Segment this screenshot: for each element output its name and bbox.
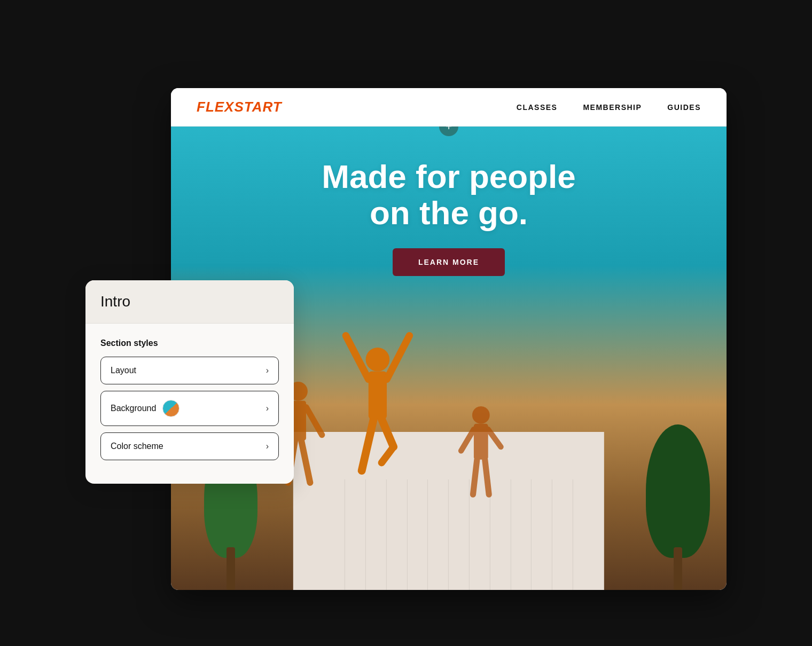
chevron-icon-layout: › [266, 366, 269, 375]
nav-link-classes[interactable]: CLASSES [517, 103, 558, 112]
hero-content: Made for people on the go. LEARN MORE [322, 159, 575, 276]
nav-links: CLASSES MEMBERSHIP GUIDES [517, 103, 701, 112]
panel-body: Section styles Layout › Background › Co [85, 324, 294, 484]
tree-trunk-right [674, 547, 682, 590]
panel-row-layout[interactable]: Layout › [100, 357, 279, 384]
panel-row-label-background: Background [111, 404, 156, 413]
svg-line-3 [387, 336, 409, 380]
hero-title: Made for people on the go. [322, 159, 575, 231]
svg-line-10 [306, 407, 322, 435]
tree-foliage-right [646, 424, 710, 558]
svg-line-18 [485, 460, 489, 494]
svg-line-6 [381, 447, 393, 463]
svg-line-12 [301, 440, 310, 483]
nav-link-membership[interactable]: MEMBERSHIP [583, 103, 642, 112]
panel-row-background[interactable]: Background › [100, 391, 279, 426]
nav-link-guides[interactable]: GUIDES [667, 103, 701, 112]
svg-point-13 [472, 406, 490, 424]
svg-line-17 [473, 460, 477, 494]
chevron-icon-color-scheme: › [266, 442, 269, 451]
panel-row-left-layout: Layout [111, 366, 136, 375]
side-panel: Intro Section styles Layout › Background… [85, 280, 294, 484]
svg-line-15 [461, 429, 474, 451]
add-section-button[interactable]: + [439, 127, 458, 136]
svg-line-16 [488, 429, 501, 447]
panel-row-left-color-scheme: Color scheme [111, 442, 163, 451]
background-thumbnail [162, 400, 179, 417]
panel-section-label: Section styles [100, 338, 279, 348]
chevron-icon-background: › [266, 404, 269, 413]
panel-title: Intro [100, 293, 279, 310]
panel-header: Intro [85, 280, 294, 324]
panel-row-label-color-scheme: Color scheme [111, 442, 163, 451]
hero-cta-button[interactable]: LEARN MORE [393, 248, 505, 276]
site-logo: FLEXSTART [197, 99, 282, 115]
svg-line-5 [381, 419, 393, 447]
panel-row-left-background: Background [111, 400, 179, 417]
panel-row-color-scheme[interactable]: Color scheme › [100, 432, 279, 460]
yoga-person-right [461, 406, 501, 494]
site-nav: FLEXSTART CLASSES MEMBERSHIP GUIDES [171, 88, 727, 127]
svg-line-2 [346, 336, 368, 380]
svg-point-0 [366, 348, 390, 372]
scene: FLEXSTART CLASSES MEMBERSHIP GUIDES + Ma… [85, 56, 727, 590]
yoga-person-center [346, 336, 409, 471]
tree-right [641, 430, 715, 590]
svg-line-4 [362, 419, 373, 471]
panel-row-label-layout: Layout [111, 366, 136, 375]
